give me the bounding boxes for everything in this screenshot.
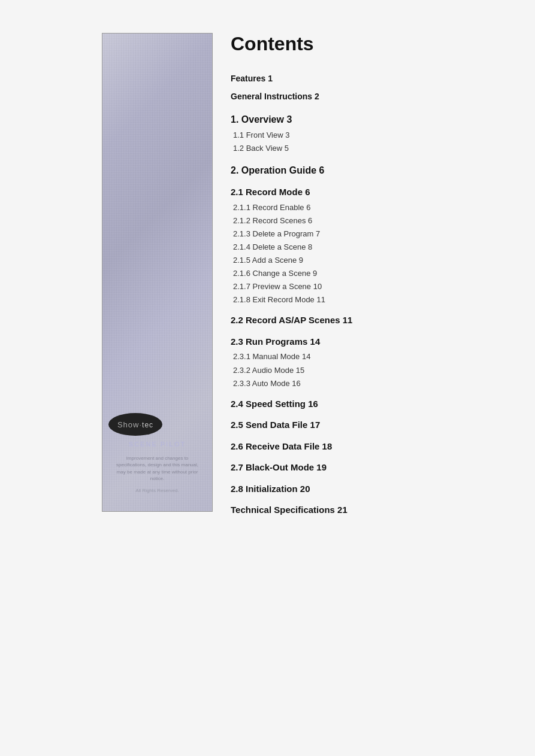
toc-item-16: 2.3 Run Programs 14 [231,334,511,350]
main-content: Contents Features 1General Instructions … [213,0,535,543]
toc-item-0: Features 1 [231,72,511,86]
toc-item-20: 2.4 Speed Setting 16 [231,396,511,412]
toc-item-6: 2.1 Record Mode 6 [231,184,511,200]
toc-item-3: 1.1 Front View 3 [231,129,511,142]
sidebar-logo: Show·tec SCENE PILOT Improvement and cha… [108,413,206,493]
sidebar: Show·tec SCENE PILOT Improvement and cha… [102,33,213,512]
toc-item-7: 2.1.1 Record Enable 6 [231,201,511,214]
toc-item-4: 1.2 Back View 5 [231,142,511,155]
toc-item-10: 2.1.4 Delete a Scene 8 [231,241,511,254]
toc-item-1: General Instructions 2 [231,90,511,104]
toc-item-19: 2.3.3 Auto Mode 16 [231,377,511,390]
toc-item-11: 2.1.5 Add a Scene 9 [231,254,511,267]
logo-text: Show·tec [117,420,153,429]
toc-item-15: 2.2 Record AS/AP Scenes 11 [231,312,511,328]
sidebar-disclaimer: Improvement and changes to specification… [108,455,206,482]
logo-suffix: tec [142,421,153,429]
toc-item-22: 2.6 Receive Data File 18 [231,439,511,454]
toc-item-24: 2.8 Initialization 20 [231,481,511,497]
toc-item-23: 2.7 Black-Out Mode 19 [231,460,511,475]
sidebar-rights: All Rights Reserved. [108,488,206,493]
toc-item-8: 2.1.2 Record Scenes 6 [231,214,511,227]
toc-item-12: 2.1.6 Change a Scene 9 [231,267,511,280]
toc-item-2: 1. Overview 3 [231,111,511,127]
toc-item-9: 2.1.3 Delete a Program 7 [231,227,511,241]
toc-item-5: 2. Operation Guide 6 [231,162,511,178]
toc-item-25: Technical Specifications 21 [231,502,511,518]
toc-item-21: 2.5 Send Data File 17 [231,417,511,433]
logo-oval: Show·tec [108,413,162,436]
toc-item-14: 2.1.8 Exit Record Mode 11 [231,293,511,306]
toc-item-18: 2.3.2 Audio Mode 15 [231,364,511,377]
product-name: SCENE PILOT [108,441,206,448]
toc-item-17: 2.3.1 Manual Mode 14 [231,350,511,363]
toc-item-13: 2.1.7 Preview a Scene 10 [231,280,511,293]
logo-brand: Show [117,420,140,429]
toc-list: Features 1General Instructions 21. Overv… [231,72,511,518]
page-title: Contents [231,33,511,55]
content-area: Contents Features 1General Instructions … [231,33,511,518]
